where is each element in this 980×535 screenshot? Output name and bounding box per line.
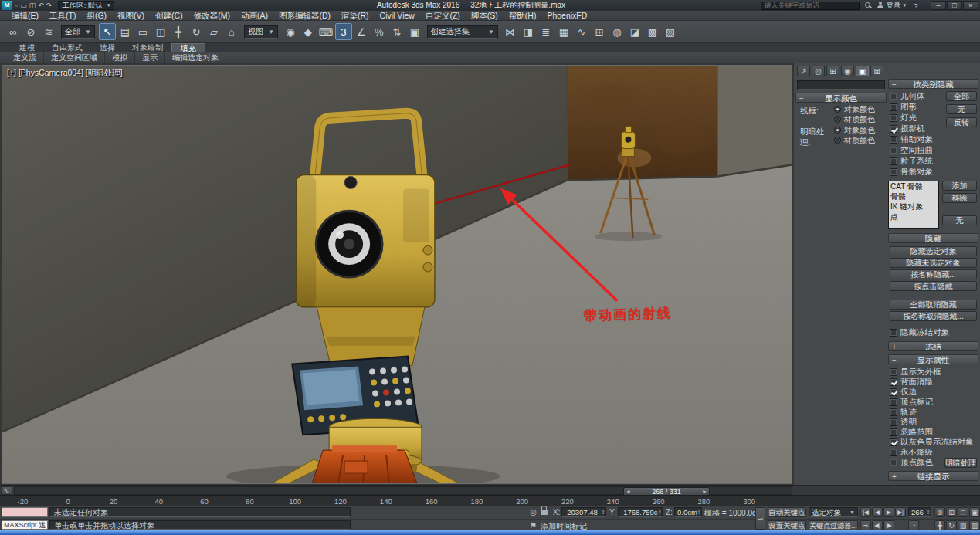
ribbon-panel-button[interactable]: 编辑选定对象 bbox=[165, 52, 226, 63]
motion-tab-icon[interactable]: ◉ bbox=[841, 66, 854, 76]
category-checkbox-row[interactable]: 骨骼对象 bbox=[888, 167, 978, 178]
rollout-header-link-display[interactable]: + 链接显示 bbox=[888, 471, 978, 481]
edit-named-selection-sets-icon[interactable]: ▣ bbox=[406, 23, 423, 40]
ribbon-tab[interactable]: 填充 bbox=[171, 43, 205, 52]
display-property-checkbox-row[interactable]: 顶点标记 bbox=[888, 397, 978, 407]
ribbon-tab[interactable]: 自由形式 bbox=[43, 43, 91, 52]
set-keys-button[interactable]: ⊸ bbox=[755, 507, 765, 530]
menu-item[interactable]: PhoenixFD bbox=[541, 11, 592, 21]
menu-item[interactable]: Civil View bbox=[375, 11, 420, 21]
help-button[interactable]: ? bbox=[910, 1, 921, 10]
time-tag-icon[interactable]: ⚑ bbox=[528, 520, 538, 530]
zoom-region-icon[interactable]: ▧ bbox=[958, 520, 968, 530]
menu-item[interactable]: 脚本(S) bbox=[466, 11, 504, 21]
open-file-icon[interactable]: ▭ bbox=[20, 1, 27, 10]
menu-item[interactable]: 图形编辑器(D) bbox=[273, 11, 336, 21]
key-filters-button[interactable]: 关键点过滤器... bbox=[809, 520, 858, 530]
maxscript-mini-listener[interactable]: MAXScript 迷 bbox=[2, 520, 48, 530]
shaded-object-color-radio[interactable]: 对象颜色 bbox=[834, 126, 875, 134]
menu-item[interactable]: 组(G) bbox=[81, 11, 112, 21]
x-coordinate-field[interactable]: -20307.48 bbox=[561, 507, 606, 517]
display-property-checkbox-row[interactable]: 背面消隐 bbox=[888, 377, 978, 387]
curve-editor-icon[interactable]: ∿ bbox=[573, 23, 590, 40]
select-and-scale-icon[interactable]: ▱ bbox=[205, 23, 222, 40]
category-checkbox-row[interactable]: 辅助对象 bbox=[888, 134, 978, 145]
ribbon-tab[interactable]: 选择 bbox=[91, 43, 124, 52]
render-production-icon[interactable]: ▨ bbox=[662, 23, 679, 40]
none-button[interactable]: 无 bbox=[942, 215, 977, 225]
reference-coordinate-dropdown[interactable]: 视图▼ bbox=[244, 25, 278, 39]
bind-to-space-warp-icon[interactable]: ≋ bbox=[40, 23, 57, 40]
vertex-color-checkbox-row[interactable]: 顶点颜色 bbox=[888, 457, 933, 468]
display-property-checkbox-row[interactable]: 显示为外框 bbox=[888, 367, 978, 377]
minimize-icon[interactable]: – bbox=[931, 1, 946, 10]
menu-item[interactable]: 渲染(R) bbox=[336, 11, 375, 21]
hide-action-button[interactable]: 隐藏未选定对象 bbox=[890, 258, 977, 268]
key-mode-toggle-icon[interactable]: ⊸ bbox=[860, 520, 871, 530]
shaded-button[interactable]: 明暗处理 bbox=[944, 458, 977, 468]
list-edit-button[interactable]: 添加 bbox=[942, 181, 977, 191]
app-logo-icon[interactable]: M bbox=[2, 1, 12, 10]
material-editor-icon[interactable]: ◍ bbox=[609, 23, 626, 40]
rollout-header-hide[interactable]: − 隐藏 bbox=[888, 233, 978, 243]
sign-in-button[interactable]: 登录 ▾ bbox=[877, 1, 906, 11]
select-and-link-icon[interactable]: ∞ bbox=[5, 23, 22, 40]
angle-snap-icon[interactable]: ∠ bbox=[353, 23, 370, 40]
redo-icon[interactable]: ↷ bbox=[46, 1, 53, 10]
next-frame-arrow-icon[interactable]: ► bbox=[702, 489, 707, 494]
select-and-rotate-icon[interactable]: ↻ bbox=[188, 23, 205, 40]
panel-name-field[interactable] bbox=[797, 80, 885, 90]
named-selection-sets-dropdown[interactable]: 创建选择集▼ bbox=[427, 25, 498, 39]
wireframe-object-color-radio[interactable]: 对象颜色 bbox=[834, 105, 875, 113]
select-and-move-icon[interactable]: ╋ bbox=[170, 23, 187, 40]
category-checkbox-row[interactable]: 粒子系统 bbox=[888, 156, 978, 167]
bone-object-list[interactable]: CAT 骨骼骨骼IK 链对象点 bbox=[888, 181, 939, 229]
ribbon-tab[interactable]: 对象绘制 bbox=[124, 43, 171, 52]
list-item[interactable]: IK 链对象 bbox=[889, 201, 938, 212]
rollout-header-display-properties[interactable]: − 显示属性 bbox=[888, 354, 978, 364]
list-item[interactable]: 骨骼 bbox=[889, 191, 938, 201]
hide-action-button[interactable]: 全部取消隐藏 bbox=[890, 300, 977, 310]
hide-action-button[interactable]: 按名称隐藏... bbox=[890, 269, 977, 279]
mini-curve-editor-button[interactable]: ∿ bbox=[1, 486, 12, 495]
rollout-header-freeze[interactable]: + 冻结 bbox=[888, 341, 978, 351]
auto-key-button[interactable]: 自动关键点 bbox=[768, 507, 806, 517]
pan-view-icon[interactable]: ╋ bbox=[934, 520, 945, 530]
category-filter-button[interactable]: 无 bbox=[946, 104, 977, 114]
menu-item[interactable]: 动画(A) bbox=[236, 11, 273, 21]
align-icon[interactable]: ◨ bbox=[520, 23, 537, 40]
go-to-end-icon[interactable]: ▶| bbox=[895, 507, 906, 517]
previous-key-icon[interactable]: ◀| bbox=[872, 520, 883, 530]
save-file-icon[interactable]: ◫ bbox=[29, 1, 36, 10]
isolate-selection-toggle[interactable]: ◎ bbox=[528, 507, 538, 517]
close-icon[interactable]: × bbox=[963, 1, 978, 10]
restore-icon[interactable]: □ bbox=[947, 1, 962, 10]
viewport[interactable]: [+] [PhysCamera004] [明暗处理] 带动画的射线 bbox=[2, 65, 792, 484]
rendered-frame-window-icon[interactable]: ▩ bbox=[644, 23, 661, 40]
search-icon[interactable] bbox=[864, 2, 872, 9]
display-property-checkbox-row[interactable]: 轨迹 bbox=[888, 407, 978, 417]
ribbon-tab[interactable]: 建模 bbox=[11, 43, 43, 52]
layer-manager-icon[interactable]: ≣ bbox=[537, 23, 554, 40]
display-property-checkbox-row[interactable]: 永不降级 bbox=[888, 447, 978, 457]
unlink-selection-icon[interactable]: ⊘ bbox=[22, 23, 39, 40]
play-icon[interactable]: ▶ bbox=[883, 507, 894, 517]
zoom-all-icon[interactable]: ⊞ bbox=[946, 507, 957, 517]
ribbon-panel-button[interactable]: 定义流 bbox=[6, 52, 44, 63]
menu-item[interactable]: 工具(T) bbox=[44, 11, 81, 21]
utilities-tab-icon[interactable]: ⊠ bbox=[870, 66, 883, 76]
mirror-icon[interactable]: ⋈ bbox=[502, 23, 519, 40]
ribbon-panel-button[interactable]: 定义空间区域 bbox=[44, 52, 105, 63]
select-and-manipulate-icon[interactable]: ◆ bbox=[300, 23, 317, 40]
menu-item[interactable]: 视图(V) bbox=[112, 11, 150, 21]
display-property-checkbox-row[interactable]: 仅边 bbox=[888, 387, 978, 397]
track-bar[interactable]: -200204060801001201401601802002202402602… bbox=[0, 495, 980, 506]
selection-filter-dropdown[interactable]: 全部▼ bbox=[61, 25, 95, 39]
z-coordinate-field[interactable]: 0.0cm bbox=[674, 507, 702, 517]
ribbon-panel-button[interactable]: 模拟 bbox=[105, 52, 135, 63]
display-property-checkbox-row[interactable]: 透明 bbox=[888, 417, 978, 427]
time-slider[interactable]: ∿ ◄ 266 / 331 ► bbox=[0, 485, 980, 495]
menu-item[interactable]: 编辑(E) bbox=[6, 11, 44, 21]
hierarchy-tab-icon[interactable]: ⊞ bbox=[826, 66, 839, 76]
search-input[interactable] bbox=[761, 2, 860, 10]
